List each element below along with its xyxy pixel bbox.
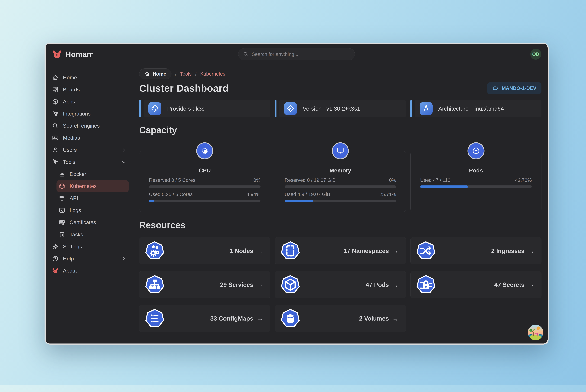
capacity-row-label: Reserved 0 / 5 Cores <box>149 177 195 183</box>
ship-icon <box>59 171 65 178</box>
chevron-right-icon <box>121 147 127 153</box>
info-card-body: Architecture : linux/amd64 <box>415 100 541 117</box>
sidebar-item-label: Integrations <box>63 111 91 117</box>
sidebar-item-medias[interactable]: Medias <box>50 132 129 144</box>
info-card-version-: Version : v1.30.2+k3s1 <box>275 100 406 117</box>
certificate-icon <box>59 219 65 226</box>
capacity-card-title: Pods <box>420 167 532 174</box>
info-card-providers-: Providers : k3s <box>139 100 270 117</box>
sidebar-item-integrations[interactable]: Integrations <box>50 108 129 120</box>
breadcrumb-item-kubernetes[interactable]: Kubernetes <box>200 71 225 77</box>
chevron-right-icon <box>121 256 127 262</box>
arrow-right-icon: → <box>392 247 399 255</box>
capacity-row-value: 25.71% <box>379 192 396 197</box>
sidebar-item-certificates[interactable]: Certificates <box>57 216 129 228</box>
tag-icon <box>492 85 499 92</box>
sidebar-item-apps[interactable]: Apps <box>50 96 129 108</box>
ingresses-heptagon-icon <box>416 241 436 261</box>
home-icon <box>145 71 150 76</box>
title-row: Cluster Dashboard MANDO-1-DEV <box>139 82 541 94</box>
sidebar-item-label: Medias <box>63 135 80 141</box>
user-icon <box>52 146 59 153</box>
box-icon <box>59 183 65 190</box>
volumes-heptagon-icon <box>280 308 300 328</box>
sidebar-item-tasks[interactable]: Tasks <box>57 228 129 240</box>
monitor-icon <box>332 142 349 159</box>
resource-card-29-services[interactable]: 29 Services→ <box>139 271 270 298</box>
progress-bar <box>420 186 532 188</box>
pointer-icon <box>52 159 59 166</box>
accent-bar <box>410 100 412 117</box>
accent-bar <box>275 100 276 117</box>
sidebar-item-kubernetes[interactable]: Kubernetes <box>57 180 129 192</box>
help-icon <box>52 255 59 262</box>
resources-heading: Resources <box>139 220 541 230</box>
sidebar-item-search-engines[interactable]: Search engines <box>50 120 129 132</box>
chevron-down-icon <box>121 159 127 165</box>
sidebar-item-home[interactable]: Home <box>50 72 129 84</box>
resource-card-label: 29 Services <box>220 281 253 288</box>
resource-card-2-volumes[interactable]: 2 Volumes→ <box>275 305 406 332</box>
sidebar-item-settings[interactable]: Settings <box>50 240 129 252</box>
capacity-row-label: Reserved 0 / 19.07 GiB <box>285 177 336 183</box>
sidebar-item-label: API <box>70 195 78 201</box>
sidebar-item-label: Kubernetes <box>70 183 97 189</box>
search-bar[interactable] <box>238 48 355 60</box>
resource-card-47-pods[interactable]: 47 Pods→ <box>275 271 406 298</box>
resource-card-label: 1 Nodes <box>230 247 253 254</box>
main-content: Home/Tools/Kubernetes Cluster Dashboard … <box>133 65 547 344</box>
user-avatar[interactable]: OD <box>530 49 541 60</box>
sidebar-item-docker[interactable]: Docker <box>57 168 129 180</box>
breadcrumb-item-home[interactable]: Home <box>139 68 172 79</box>
capacity-card-title: CPU <box>149 167 260 174</box>
resource-card-47-secrets[interactable]: 47 Secrets→ <box>410 271 541 298</box>
capacity-card-cpu: CPUReserved 0 / 5 Cores0%Used 0.25 / 5 C… <box>139 151 270 212</box>
progress-fill <box>285 200 313 202</box>
arrow-right-icon: → <box>257 281 263 288</box>
arrow-right-icon: → <box>392 315 399 322</box>
capacity-row: Used 47 / 11042.73% <box>420 177 532 188</box>
island-avatar-widget[interactable] <box>528 325 543 340</box>
sidebar-item-help[interactable]: Help <box>50 252 129 265</box>
sidebar-item-users[interactable]: Users <box>50 144 129 156</box>
breadcrumb-label: Home <box>153 71 166 77</box>
search-input[interactable] <box>252 52 350 57</box>
resource-card-33-configmaps[interactable]: 33 ConfigMaps→ <box>139 305 270 332</box>
crab-icon <box>52 267 59 274</box>
resource-card-1-nodes[interactable]: 1 Nodes→ <box>139 237 270 264</box>
info-card-body: Version : v1.30.2+k3s1 <box>279 100 406 117</box>
sidebar-item-label: Search engines <box>63 123 100 129</box>
sidebar-item-label: Home <box>63 74 77 80</box>
resource-card-label: 2 Volumes <box>359 315 389 322</box>
capacity-row-value: 0% <box>253 177 261 183</box>
sidebar-item-api[interactable]: API <box>57 192 129 204</box>
info-card-label: Architecture : linux/amd64 <box>438 105 504 112</box>
arrow-right-icon: → <box>257 315 263 322</box>
resource-card-label: 47 Secrets <box>494 281 524 288</box>
sidebar-item-label: Settings <box>63 244 82 250</box>
progress-bar <box>285 200 396 202</box>
resource-card-17-namespaces[interactable]: 17 Namespaces→ <box>275 237 406 264</box>
box-icon <box>52 98 59 105</box>
progress-fill <box>149 200 155 202</box>
accent-bar <box>139 100 141 117</box>
breadcrumb-separator: / <box>175 71 177 77</box>
breadcrumb-item-tools[interactable]: Tools <box>180 71 192 77</box>
sidebar-item-tools[interactable]: Tools <box>50 156 129 168</box>
info-card-label: Version : v1.30.2+k3s1 <box>303 105 360 112</box>
configmaps-heptagon-icon <box>145 308 165 328</box>
capacity-card-title: Memory <box>285 167 396 174</box>
search-icon <box>52 122 59 129</box>
sidebar-item-about[interactable]: About <box>50 265 129 277</box>
git-diamond-icon <box>284 102 297 115</box>
sidebar-item-boards[interactable]: Boards <box>50 84 129 96</box>
sidebar-item-label: Logs <box>70 207 81 213</box>
resource-card-2-ingresses[interactable]: 2 Ingresses→ <box>410 237 541 264</box>
sidebar-item-label: Docker <box>70 171 86 177</box>
home-icon <box>52 74 59 81</box>
sidebar-item-label: Tasks <box>70 232 83 238</box>
cpu-icon <box>196 142 213 159</box>
sidebar-item-logs[interactable]: Logs <box>57 204 129 216</box>
arrow-right-icon: → <box>528 247 534 255</box>
integrations-icon <box>52 110 59 117</box>
